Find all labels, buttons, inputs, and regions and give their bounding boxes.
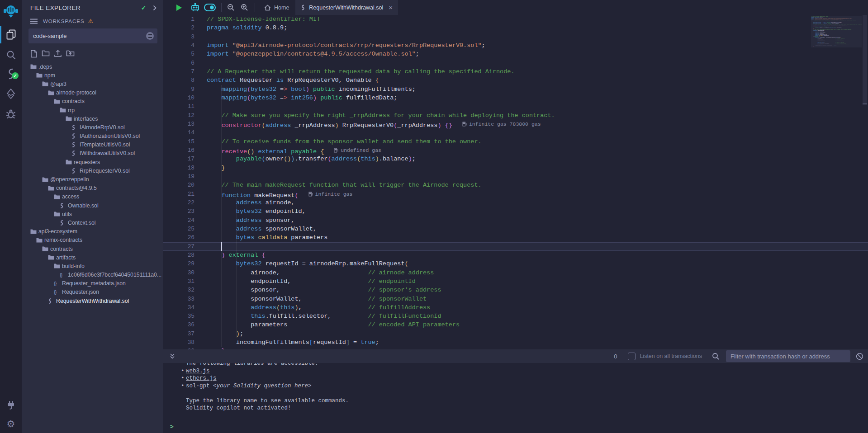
tree-item-context-sol[interactable]: Context.sol [22,218,163,227]
tree-item-iwithdrawalutilsv0-sol[interactable]: IWithdrawalUtilsV0.sol [22,149,163,158]
code-line[interactable]: 31 endpointId, // endpointId [163,277,868,286]
code-editor[interactable]: 1// SPDX-License-Identifier: MIT2pragma … [163,15,868,349]
new-folder-icon[interactable] [42,50,50,58]
code-line[interactable]: 20 // The main makeRequest function that… [163,181,868,189]
code-line[interactable]: 19 [163,172,868,181]
code-line[interactable]: 16 receive() external payable {undefined… [163,146,868,155]
tree-item-1c06f6d06e3f7bccf640450151111a0-[interactable]: {}1c06f6d06e3f7bccf640450151111a0... [22,271,163,279]
code-line[interactable]: 13 constructor(address _rrpAddress) RrpR… [163,120,868,128]
tree-item-iauthorizationutilsv0-sol[interactable]: IAuthorizationUtilsV0.sol [22,132,163,141]
tab-active-file[interactable]: RequesterWithWithdrawal.sol × [295,0,398,15]
clear-console-icon[interactable] [856,353,863,360]
code-line[interactable]: 2pragma solidity 0.8.9; [163,24,868,32]
minimap-slider[interactable] [811,16,862,47]
tree-item-contracts[interactable]: contracts [22,97,163,106]
transaction-filter-input[interactable] [726,350,850,362]
code-line[interactable]: 9 mapping(bytes32 => bool) public incomi… [163,85,868,94]
code-line[interactable]: 34 address(this), // fulfillAddress [163,303,868,312]
code-line[interactable]: 17 payable(owner()).transfer(address(thi… [163,155,868,163]
move-panel-chevron-icon[interactable] [153,5,157,11]
code-line[interactable]: 21 function makeRequest(infinite gas [163,190,868,198]
tree-item-airnode-protocol[interactable]: airnode-protocol [22,89,163,97]
tree-item-npm[interactable]: npm [22,71,163,80]
code-line[interactable]: 24 address sponsor, [163,216,868,225]
terminal-link[interactable]: web3.js [186,368,210,374]
tree-item--deps[interactable]: .deps [22,62,163,71]
code-line[interactable]: 7// A Requester that will return the req… [163,67,868,76]
code-line[interactable]: 5import "@openzeppelin/contracts@4.9.5/a… [163,50,868,58]
tree-item-requester-json[interactable]: {}Requester.json [22,288,163,297]
tab-home[interactable]: Home [258,0,295,15]
tree-item-utils[interactable]: utils [22,210,163,218]
zoom-in-icon[interactable] [241,4,248,11]
code-line[interactable]: 3 [163,33,868,41]
terminal-link[interactable]: ethers.js [186,375,217,381]
new-file-icon[interactable] [30,50,38,58]
tree-item-contracts-4-9-5[interactable]: contracts@4.9.5 [22,184,163,193]
remix-logo[interactable] [0,4,22,19]
accept-check-icon[interactable]: ✓ [141,4,147,11]
code-line[interactable]: 10 mapping(bytes32 => int256) public ful… [163,94,868,102]
code-line[interactable]: 12 // Make sure you specify the right _r… [163,111,868,120]
deploy-run-icon[interactable] [0,89,22,99]
tree-item--openzeppelin[interactable]: @openzeppelin [22,175,163,184]
tree-item-rrprequesterv0-sol[interactable]: RrpRequesterV0.sol [22,166,163,175]
workspace-select[interactable]: code-sample [28,28,157,43]
tree-item-rrp[interactable]: rrp [22,106,163,114]
minimap[interactable]: // SPDX-License-Identifier: MITpragma so… [811,16,862,47]
code-line[interactable]: 32 sponsor, // sponsor's address [163,286,868,294]
code-line[interactable]: 27 [163,242,868,251]
upload-file-icon[interactable] [54,50,62,58]
close-tab-icon[interactable]: × [389,4,393,11]
upload-folder-icon[interactable] [66,50,75,58]
tree-item-interfaces[interactable]: interfaces [22,114,163,123]
code-line[interactable]: 26 bytes calldata parameters [163,233,868,242]
tree-item-api3-ecosystem[interactable]: api3-ecosystem [22,227,163,236]
tree-item-ownable-sol[interactable]: Ownable.sol [22,201,163,210]
code-line[interactable]: 4import "@api3/airnode-protocol/contract… [163,41,868,50]
tree-item--api3[interactable]: @api3 [22,80,163,88]
tree-item-build-info[interactable]: build-info [22,262,163,270]
code-line[interactable]: 11 [163,102,868,111]
solidity-compiler-icon[interactable] [0,68,22,80]
code-line[interactable]: 29 bytes32 requestId = airnodeRrp.makeFu… [163,259,868,268]
code-line[interactable]: 22 address airnode, [163,198,868,207]
listen-all-transactions-checkbox[interactable] [628,353,636,360]
code-line[interactable]: 8contract Requester is RrpRequesterV0, O… [163,76,868,85]
terminal-line[interactable]: •ethers.js [163,375,868,382]
code-line[interactable]: 14 [163,128,868,137]
code-line[interactable]: 28 ) external { [163,251,868,259]
code-line[interactable]: 36 parameters // encoded API parameters [163,320,868,329]
zoom-out-icon[interactable] [227,4,235,11]
code-line[interactable]: 33 sponsorWallet, // sponsorWallet [163,295,868,303]
search-icon[interactable] [0,50,22,60]
workspace-options-icon[interactable] [146,32,154,40]
code-line[interactable]: 18 } [163,164,868,172]
workspaces-menu-icon[interactable] [30,19,38,24]
code-line[interactable]: 23 bytes32 endpointId, [163,207,868,216]
terminal-output[interactable]: The following libraries are accessible:•… [163,363,868,433]
settings-gear-icon[interactable]: ⚙ [0,419,22,429]
run-script-icon[interactable] [175,4,182,11]
code-line[interactable]: 25 address sponsorWallet, [163,225,868,233]
tree-item-itemplateutilsv0-sol[interactable]: ITemplateUtilsV0.sol [22,141,163,149]
code-line[interactable]: 6 [163,59,868,67]
tree-item-access[interactable]: access [22,193,163,201]
code-line[interactable]: 35 this.fulfill.selector, // fulfillFunc… [163,312,868,320]
tree-item-requester-metadata-json[interactable]: {}Requester_metadata.json [22,279,163,288]
ai-assistant-robot-icon[interactable] [190,3,200,12]
tree-item-requesters[interactable]: requesters [22,158,163,166]
tree-item-remix-contracts[interactable]: remix-contracts [22,236,163,245]
code-line[interactable]: 38 incomingFulfillments[requestId] = tru… [163,338,868,347]
tree-item-iairnoderrpv0-sol[interactable]: IAirnodeRrpV0.sol [22,123,163,132]
tree-item-artifacts[interactable]: artifacts [22,253,163,262]
code-line[interactable]: 30 airnode, // airnode address [163,268,868,277]
terminal-search-icon[interactable] [712,353,720,360]
code-line[interactable]: 15 // To receive funds from the sponsor … [163,137,868,146]
workspace-warning-icon[interactable]: ⚠ [88,18,94,24]
file-explorer-icon[interactable] [0,29,22,40]
code-line[interactable]: 37 ); [163,329,868,338]
tree-item-contracts[interactable]: contracts [22,245,163,253]
terminal-line[interactable]: •web3.js [163,367,868,375]
tree-item-requesterwithwithdrawal-sol[interactable]: RequesterWithWithdrawal.sol [22,297,163,305]
